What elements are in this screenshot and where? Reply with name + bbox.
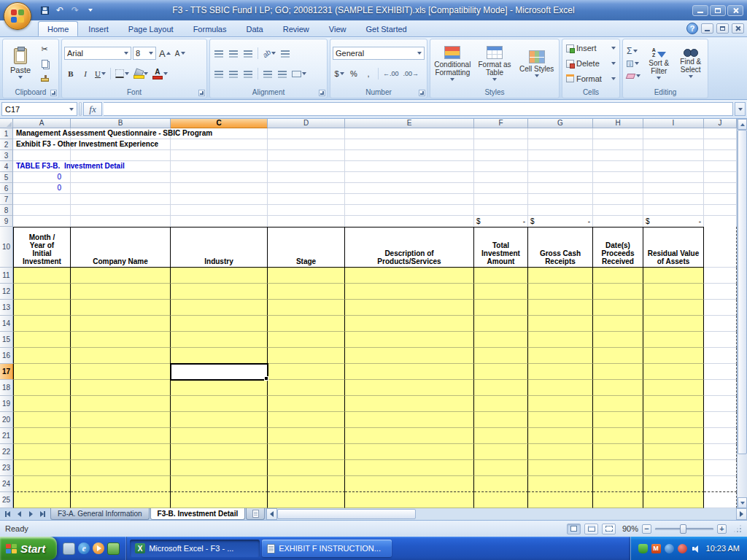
- cell-D5[interactable]: [268, 172, 345, 183]
- cell-J23[interactable]: [704, 460, 737, 476]
- column-header-H[interactable]: H: [593, 119, 643, 128]
- row-header-11[interactable]: 11: [0, 268, 13, 284]
- formula-input[interactable]: [104, 102, 733, 116]
- row-header-15[interactable]: 15: [0, 332, 13, 348]
- cell-G17[interactable]: [528, 364, 593, 380]
- row-header-2[interactable]: 2: [0, 139, 13, 150]
- cell-D4[interactable]: [268, 161, 345, 172]
- align-bottom-button[interactable]: [241, 47, 255, 60]
- resize-grip[interactable]: [733, 524, 742, 533]
- cell-D1[interactable]: [268, 128, 345, 139]
- font-family-select[interactable]: Arial: [64, 47, 131, 60]
- cell-B9[interactable]: [71, 216, 171, 227]
- column-header-B[interactable]: B: [71, 119, 171, 128]
- workbook-close-button[interactable]: [732, 23, 744, 34]
- close-button[interactable]: [727, 5, 743, 16]
- row-header-6[interactable]: 6: [0, 183, 13, 194]
- cell-J16[interactable]: [704, 348, 737, 364]
- insert-function-button[interactable]: fx: [83, 102, 102, 116]
- tray-volume-icon[interactable]: [691, 544, 700, 553]
- cell-J14[interactable]: [704, 316, 737, 332]
- cell-F8[interactable]: [474, 205, 528, 216]
- scroll-down-button[interactable]: [738, 497, 747, 508]
- cell-A20[interactable]: [13, 412, 71, 428]
- cell-F6[interactable]: [474, 183, 528, 194]
- cell-C9[interactable]: [171, 216, 268, 227]
- tab-get-started[interactable]: Get Started: [356, 21, 416, 36]
- cell-C22[interactable]: [171, 444, 268, 460]
- cell-D22[interactable]: [268, 444, 345, 460]
- cell-C18[interactable]: [171, 380, 268, 396]
- cell-H20[interactable]: [593, 412, 643, 428]
- increase-decimal-button[interactable]: ←.00: [382, 67, 400, 80]
- column-header-J[interactable]: J: [704, 119, 737, 128]
- internet-explorer-icon[interactable]: e: [78, 542, 90, 554]
- cell-I8[interactable]: [643, 205, 704, 216]
- page-layout-view-button[interactable]: [584, 524, 598, 534]
- cell-E25[interactable]: [345, 492, 474, 508]
- cell-C4[interactable]: [171, 161, 268, 172]
- cell-F18[interactable]: [474, 380, 528, 396]
- cell-I25[interactable]: [643, 492, 704, 508]
- cell-E7[interactable]: [345, 194, 474, 205]
- cell-E14[interactable]: [345, 316, 474, 332]
- cell-B11[interactable]: [71, 268, 171, 284]
- cell-B16[interactable]: [71, 348, 171, 364]
- cell-G8[interactable]: [528, 205, 593, 216]
- cell-C21[interactable]: [171, 428, 268, 444]
- cell-J6[interactable]: [704, 183, 737, 194]
- row-header-22[interactable]: 22: [0, 444, 13, 460]
- cell-B20[interactable]: [71, 412, 171, 428]
- cell-F24[interactable]: [474, 476, 528, 492]
- row-header-23[interactable]: 23: [0, 460, 13, 476]
- tab-data[interactable]: Data: [236, 21, 272, 36]
- cell-E21[interactable]: [345, 428, 474, 444]
- cell-G20[interactable]: [528, 412, 593, 428]
- cell-F3[interactable]: [474, 150, 528, 161]
- cell-F11[interactable]: [474, 268, 528, 284]
- row-header-7[interactable]: 7: [0, 194, 13, 205]
- align-top-button[interactable]: [212, 47, 225, 60]
- cell-F10[interactable]: Total Investment Amount: [474, 227, 528, 268]
- cell-A22[interactable]: [13, 444, 71, 460]
- cell-H10[interactable]: Date(s) Proceeds Received: [593, 227, 643, 268]
- cell-A23[interactable]: [13, 460, 71, 476]
- column-header-I[interactable]: I: [643, 119, 704, 128]
- row-header-16[interactable]: 16: [0, 348, 13, 364]
- tab-review[interactable]: Review: [274, 21, 319, 36]
- cell-J4[interactable]: [704, 161, 737, 172]
- merge-center-button[interactable]: [290, 67, 308, 80]
- cell-E2[interactable]: [345, 139, 474, 150]
- cell-A21[interactable]: [13, 428, 71, 444]
- cell-B25[interactable]: [71, 492, 171, 508]
- cell-A3[interactable]: [13, 150, 71, 161]
- cell-A14[interactable]: [13, 316, 71, 332]
- comma-style-button[interactable]: ,: [362, 67, 375, 80]
- cell-F21[interactable]: [474, 428, 528, 444]
- cell-I15[interactable]: [643, 332, 704, 348]
- cell-I22[interactable]: [643, 444, 704, 460]
- cell-J5[interactable]: [704, 172, 737, 183]
- align-right-button[interactable]: [241, 67, 255, 80]
- cell-F5[interactable]: [474, 172, 528, 183]
- cell-F20[interactable]: [474, 412, 528, 428]
- save-button[interactable]: [38, 4, 51, 16]
- cell-H11[interactable]: [593, 268, 643, 284]
- expand-formula-bar-button[interactable]: [735, 102, 746, 116]
- font-color-button[interactable]: A: [151, 67, 169, 80]
- cell-A11[interactable]: [13, 268, 71, 284]
- row-header-12[interactable]: 12: [0, 284, 13, 300]
- cell-A13[interactable]: [13, 300, 71, 316]
- format-cells-button[interactable]: Format: [565, 72, 617, 85]
- cell-A24[interactable]: [13, 476, 71, 492]
- row-header-13[interactable]: 13: [0, 300, 13, 316]
- cell-I9[interactable]: $-: [643, 216, 704, 227]
- cell-B22[interactable]: [71, 444, 171, 460]
- taskbar-button-exhibit[interactable]: EXHIBIT F INSTRUCTION...: [262, 540, 392, 557]
- cell-I11[interactable]: [643, 268, 704, 284]
- find-select-button[interactable]: Find & Select: [676, 48, 706, 79]
- cell-D15[interactable]: [268, 332, 345, 348]
- zoom-out-button[interactable]: −: [642, 524, 651, 534]
- cell-F19[interactable]: [474, 396, 528, 412]
- cell-G15[interactable]: [528, 332, 593, 348]
